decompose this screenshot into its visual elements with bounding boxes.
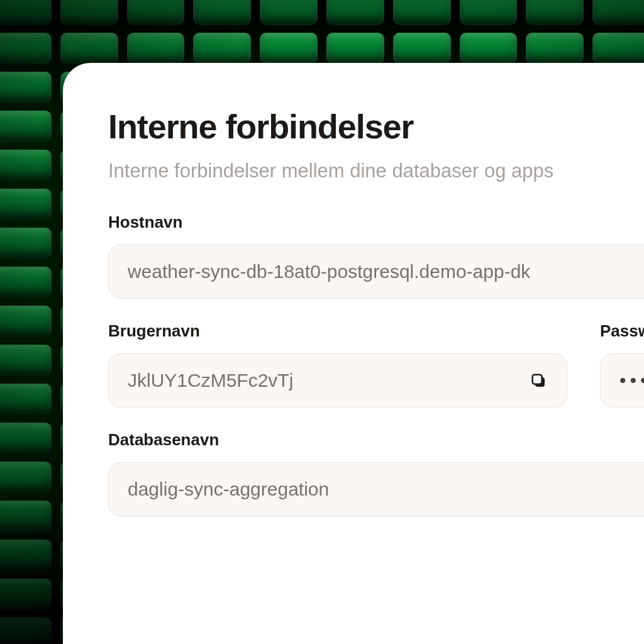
bg-tile bbox=[260, 33, 318, 63]
bg-tile bbox=[0, 579, 52, 609]
bg-tile bbox=[460, 0, 518, 24]
hostname-value: weather-sync-db-18at0-postgresql.demo-ap… bbox=[128, 261, 644, 282]
username-value: JklUY1CzM5Fc2vTj bbox=[128, 370, 519, 391]
bg-tile bbox=[193, 33, 251, 63]
bg-tile bbox=[460, 33, 518, 63]
bg-tile bbox=[127, 0, 185, 24]
username-label: Brugernavn bbox=[108, 321, 567, 341]
bg-tile bbox=[0, 306, 52, 336]
bg-tile bbox=[526, 33, 584, 63]
field-username: Brugernavn JklUY1CzM5Fc2vTj bbox=[108, 321, 567, 408]
password-value-masked: •••••••••• bbox=[619, 370, 644, 391]
page-title: Interne forbindelser bbox=[108, 107, 644, 146]
database-label: Databasenavn bbox=[108, 430, 644, 450]
bg-tile bbox=[0, 501, 52, 531]
bg-tile bbox=[0, 384, 52, 414]
bg-tile bbox=[0, 345, 52, 375]
field-database: Databasenavn daglig-sync-aggregation bbox=[108, 430, 644, 516]
bg-tile bbox=[0, 267, 52, 297]
page-subtitle: Interne forbindelser mellem dine databas… bbox=[108, 160, 644, 182]
connections-card: Interne forbindelser Interne forbindelse… bbox=[63, 63, 644, 644]
password-value-box[interactable]: •••••••••• bbox=[600, 353, 644, 408]
bg-tile bbox=[0, 33, 52, 63]
password-label: Password bbox=[600, 321, 644, 341]
bg-tile bbox=[0, 150, 52, 180]
bg-tile bbox=[326, 33, 384, 63]
bg-tile bbox=[0, 462, 52, 492]
bg-tile bbox=[193, 0, 251, 24]
bg-tile bbox=[60, 0, 118, 24]
bg-tile bbox=[393, 0, 451, 24]
bg-tile bbox=[393, 33, 451, 63]
bg-tile bbox=[592, 0, 644, 24]
bg-tile bbox=[0, 72, 52, 102]
copy-icon[interactable] bbox=[529, 371, 548, 390]
bg-tile bbox=[0, 111, 52, 141]
bg-tile bbox=[0, 423, 52, 453]
bg-tile bbox=[0, 618, 52, 644]
bg-tile bbox=[326, 0, 384, 24]
bg-tile bbox=[0, 189, 52, 219]
bg-tile bbox=[260, 0, 318, 24]
bg-tile bbox=[0, 228, 52, 258]
hostname-label: Hostnavn bbox=[108, 213, 644, 232]
bg-tile bbox=[592, 33, 644, 63]
field-hostname: Hostnavn weather-sync-db-18at0-postgresq… bbox=[108, 213, 644, 299]
bg-tile bbox=[127, 33, 185, 63]
database-value-box[interactable]: daglig-sync-aggregation bbox=[108, 462, 644, 516]
bg-tile bbox=[0, 0, 52, 24]
bg-tile bbox=[60, 33, 118, 63]
database-value: daglig-sync-aggregation bbox=[128, 479, 644, 500]
field-password: Password •••••••••• bbox=[600, 321, 644, 408]
bg-tile bbox=[526, 0, 584, 24]
username-value-box[interactable]: JklUY1CzM5Fc2vTj bbox=[108, 353, 567, 408]
svg-rect-1 bbox=[533, 375, 542, 384]
hostname-value-box[interactable]: weather-sync-db-18at0-postgresql.demo-ap… bbox=[108, 245, 644, 299]
bg-tile bbox=[0, 540, 52, 570]
